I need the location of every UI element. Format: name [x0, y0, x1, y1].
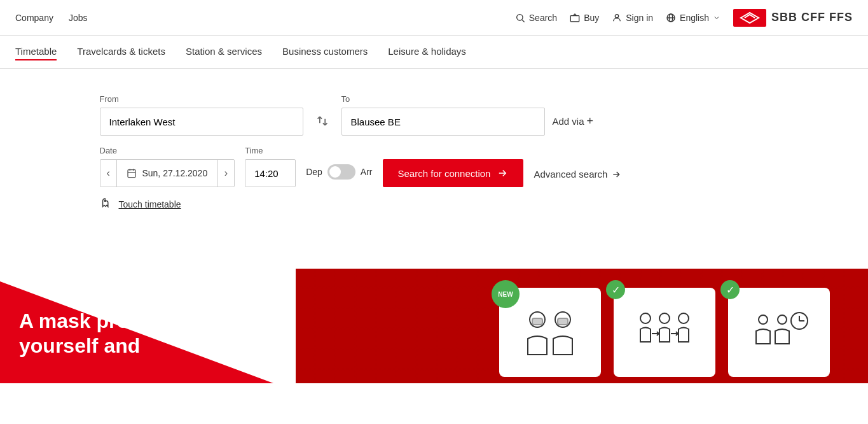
svg-point-18 — [640, 313, 651, 323]
user-icon — [612, 13, 622, 23]
nav-leisure[interactable]: Leisure & holidays — [388, 43, 466, 60]
hero-section: From To Add via + Date ‹ Su — [85, 69, 784, 230]
arr-label: Arr — [361, 167, 373, 177]
search-icon — [515, 13, 525, 23]
advanced-search-button[interactable]: Advanced search — [534, 169, 621, 180]
new-badge: NEW — [492, 280, 520, 308]
check-badge-3: ✓ — [720, 280, 740, 299]
date-next-button[interactable]: › — [218, 160, 234, 187]
svg-rect-7 — [128, 170, 135, 178]
add-via-button[interactable]: Add via + — [553, 110, 594, 133]
arrow-right-icon — [497, 167, 508, 179]
dep-label: Dep — [306, 167, 322, 177]
sbb-arrow-icon — [740, 11, 760, 24]
svg-point-20 — [679, 313, 689, 323]
touch-timetable-link[interactable]: Touch timetable — [100, 197, 769, 211]
date-field-group: Date ‹ Sun, 27.12.2020 › — [100, 146, 235, 187]
from-input[interactable] — [100, 108, 303, 136]
search-row-2: Date ‹ Sun, 27.12.2020 › Time Dep — [100, 146, 769, 187]
nav-timetable[interactable]: Timetable — [15, 43, 57, 60]
company-link[interactable]: Company — [15, 13, 53, 23]
hero-bottom-text: A mask protects yourself and — [19, 309, 177, 358]
touch-timetable-icon — [100, 197, 114, 211]
arrow-right-small-icon — [611, 169, 621, 180]
svg-point-13 — [104, 201, 106, 202]
bottom-section: A mask protects yourself and NEW ✓ — [0, 243, 868, 383]
dep-arr-toggle: Dep Arr — [306, 164, 372, 180]
dep-arr-switch[interactable] — [327, 164, 355, 180]
top-bar-left: Company Jobs — [15, 13, 88, 23]
mask-illustration — [518, 304, 582, 361]
from-label: From — [100, 94, 303, 104]
svg-rect-17 — [558, 318, 568, 325]
nav-station-services[interactable]: Station & services — [186, 43, 262, 60]
svg-point-24 — [778, 315, 787, 324]
signin-action[interactable]: Sign in — [612, 13, 653, 23]
group-clock-illustration — [747, 304, 811, 361]
search-connection-button[interactable]: Search for connection — [383, 159, 524, 187]
date-prev-button[interactable]: ‹ — [100, 160, 116, 187]
globe-icon — [666, 13, 676, 23]
svg-line-1 — [522, 20, 525, 22]
swap-button[interactable] — [311, 110, 334, 134]
illustration-card-3: ✓ — [728, 288, 830, 377]
check-badge-2: ✓ — [606, 280, 625, 299]
calendar-icon — [127, 168, 137, 178]
svg-rect-2 — [570, 15, 579, 21]
time-label: Time — [245, 146, 296, 155]
svg-point-0 — [516, 14, 522, 20]
svg-rect-16 — [532, 318, 542, 325]
buy-icon — [570, 13, 580, 23]
chevron-left-icon: ‹ — [107, 167, 110, 179]
svg-point-23 — [759, 315, 768, 324]
plus-icon: + — [587, 115, 594, 128]
top-bar-right: Search Buy Sign in English SBB CFF FFS — [515, 9, 853, 27]
to-input[interactable] — [341, 108, 545, 136]
date-navigator: ‹ Sun, 27.12.2020 › — [100, 159, 235, 187]
illustration-card-2: ✓ — [614, 288, 715, 377]
chevron-down-icon — [713, 14, 720, 22]
date-display: Sun, 27.12.2020 — [116, 160, 218, 187]
to-field-group: To — [341, 94, 545, 136]
swap-icon — [316, 115, 329, 127]
language-action[interactable]: English — [666, 13, 720, 23]
buy-action[interactable]: Buy — [570, 13, 599, 23]
search-action[interactable]: Search — [515, 13, 557, 23]
search-row-1: From To Add via + — [100, 94, 769, 136]
svg-point-3 — [616, 14, 619, 17]
sbb-logo: SBB CFF FFS — [733, 9, 853, 27]
top-bar: Company Jobs Search Buy Sign in English — [0, 0, 868, 36]
distance-illustration — [633, 304, 696, 361]
chevron-right-icon: › — [224, 167, 228, 179]
time-field-group: Time — [245, 146, 296, 187]
nav-business[interactable]: Business customers — [282, 43, 368, 60]
jobs-link[interactable]: Jobs — [69, 13, 88, 23]
date-label: Date — [100, 146, 235, 155]
illustration-cards: NEW ✓ — [499, 288, 830, 377]
time-input[interactable] — [245, 159, 296, 187]
main-nav: Timetable Travelcards & tickets Station … — [0, 36, 868, 69]
to-label: To — [341, 94, 545, 104]
nav-travelcards[interactable]: Travelcards & tickets — [77, 43, 165, 60]
illustration-card-1: NEW — [499, 288, 601, 377]
from-field-group: From — [100, 94, 303, 136]
toggle-slider — [327, 164, 355, 180]
svg-point-19 — [659, 313, 670, 323]
